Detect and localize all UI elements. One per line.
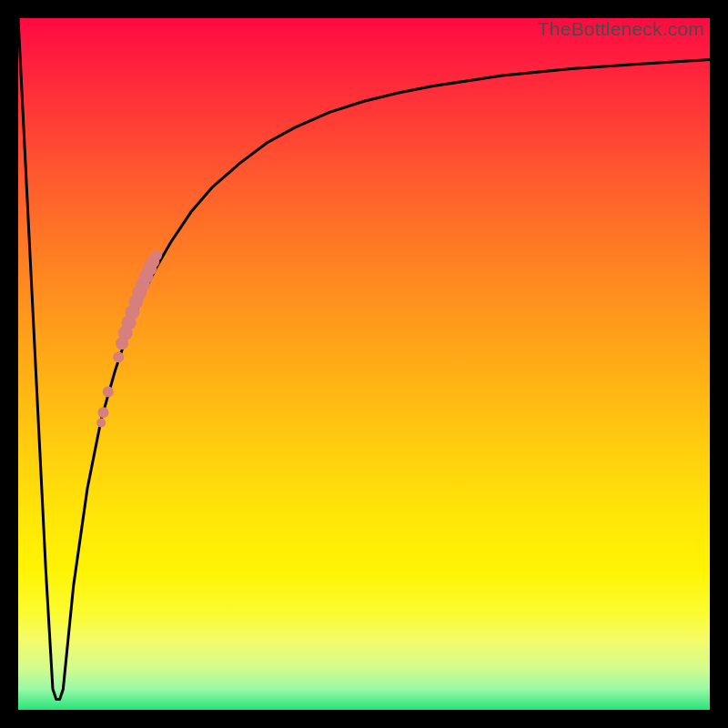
curve-layer [18, 18, 710, 710]
data-marker [97, 407, 108, 418]
data-marker [151, 250, 162, 261]
data-marker [113, 351, 124, 362]
plot-area: TheBottleneck.com [18, 18, 710, 710]
data-marker [103, 386, 114, 397]
chart-frame: TheBottleneck.com [0, 0, 728, 728]
data-marker [96, 419, 106, 428]
